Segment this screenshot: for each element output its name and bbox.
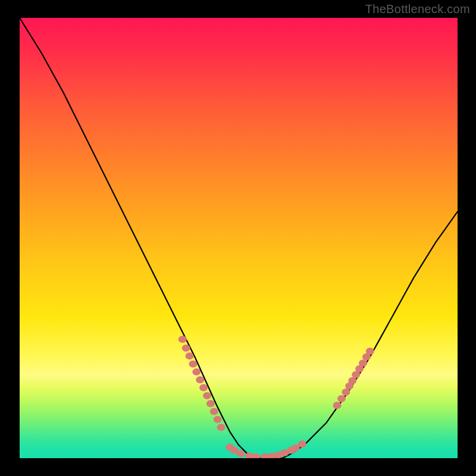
watermark-text: TheBottleneck.com	[365, 2, 470, 16]
chart-frame: TheBottleneck.com	[0, 0, 476, 476]
plot-gradient-area	[20, 18, 458, 458]
